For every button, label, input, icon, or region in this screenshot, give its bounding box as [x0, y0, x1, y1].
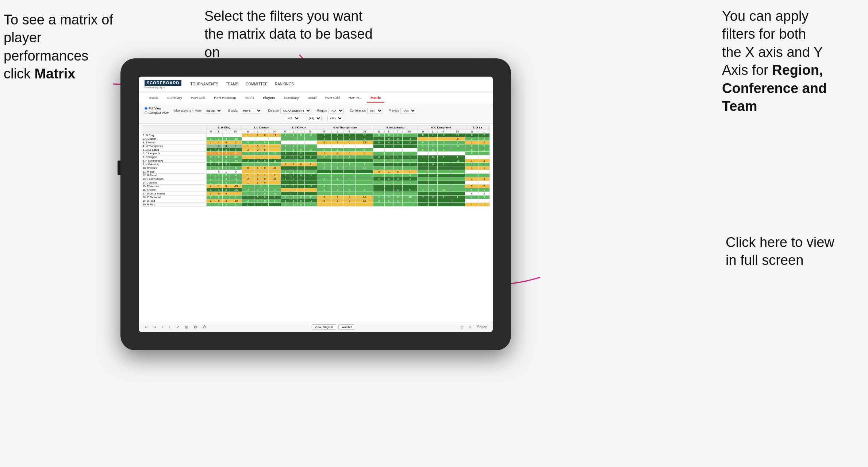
tablet-device: SCOREBOARD Powered by clippd TOURNAMENTS…: [120, 58, 511, 350]
sub-w1: W: [206, 130, 215, 134]
player-name: 17. S De La Fuente: [142, 192, 207, 196]
filter-row-2: N/A (All) (All): [145, 116, 487, 121]
col-header-c-lamprecht: 6. C Lamprecht: [418, 126, 465, 130]
view-options: Full View Compact View: [145, 107, 169, 115]
matrix-content: 1. W Ding 2. L Clanton 3. J Koivun 4. M …: [139, 124, 493, 322]
redo-button[interactable]: ↪: [152, 324, 158, 330]
tab-players-summary[interactable]: Summary: [280, 93, 303, 103]
conference-x-select[interactable]: (All): [306, 116, 322, 121]
view-original-button[interactable]: View: Original: [312, 324, 336, 330]
division-label: Division: [268, 109, 279, 112]
sub-nav-bar: Teams Summary H2H Grid H2H Heatmap Matri…: [139, 92, 493, 104]
player-name: 1. W Ding: [142, 134, 207, 137]
region-x-filter: N/A: [285, 116, 300, 121]
nav-rankings[interactable]: RANKINGS: [275, 82, 294, 86]
table-row: 17. S De La Fuente 200 110-8 02: [142, 192, 490, 196]
tablet-button: [118, 161, 120, 175]
player-name: 13. J Skov Olesen: [142, 177, 207, 181]
tab-h2h-heatmap[interactable]: H2H Heatmap: [210, 93, 239, 103]
tab-h2h-grid[interactable]: H2H Grid: [187, 93, 209, 103]
player-name: 18. C Sherwood: [142, 196, 207, 199]
filter-bar: Full View Compact View Max players in vi…: [139, 104, 493, 124]
ann-rb-2: in full screen: [726, 252, 803, 268]
tab-players[interactable]: Players: [259, 93, 279, 103]
table-row: 11. M Ege 010 010 0104: [142, 170, 490, 174]
player-name: 3. J Koivun: [142, 141, 207, 144]
players-x-select[interactable]: (All): [327, 116, 343, 121]
nav-links: TOURNAMENTS TEAMS COMMITTEE RANKINGS: [190, 82, 294, 86]
sub-d4: Dif: [356, 130, 373, 134]
max-players-filter: Max players in view Top 25 Top 10 Top 50: [174, 108, 222, 113]
display-button[interactable]: ⊡: [459, 324, 465, 330]
nav-teams[interactable]: TEAMS: [226, 82, 238, 86]
tab-teams[interactable]: Teams: [145, 93, 162, 103]
toolbar-right: ⊡ ⎋ Share: [459, 324, 488, 330]
player-name: 11. M Ege: [142, 170, 207, 174]
tab-summary[interactable]: Summary: [164, 93, 186, 103]
ann-center-text: Select the filters you want the matrix d…: [204, 8, 373, 60]
ann-left-line2: player performances: [4, 30, 88, 63]
gender-label: Gender: [228, 109, 238, 112]
player-name: 20. M Ford: [142, 203, 207, 207]
sub-t2: T: [261, 130, 269, 134]
table-row: 15. P Maichon 410-19 101-7 410 22: [142, 185, 490, 188]
region-label: Region: [317, 109, 327, 112]
col-header-m-la-sasso: 5. M La Sasso: [373, 126, 418, 130]
sub-t1: T: [223, 130, 230, 134]
players-x-filter: (All): [327, 116, 343, 121]
compact-view-label: Compact View: [149, 111, 169, 115]
nav-bar: SCOREBOARD Powered by clippd TOURNAMENTS…: [139, 77, 493, 92]
sub-w3: W: [281, 130, 290, 134]
tab-players-h2h-grid[interactable]: H2H Grid: [322, 93, 343, 103]
tab-matrix-players[interactable]: Matrix: [241, 93, 258, 103]
sub-w5: W: [373, 130, 384, 134]
table-row: 13. J Skov Olesen 110-3 210-19 101 010 2…: [142, 177, 490, 181]
gender-select[interactable]: Men's Women's: [240, 108, 262, 113]
division-select[interactable]: NCAA Division I: [280, 108, 311, 113]
tab-matrix-active[interactable]: Matrix: [367, 93, 384, 103]
sub-t3: T: [297, 130, 304, 134]
table-row: 5. M La Sasso 1506 305 11014 0106 003 01: [142, 148, 490, 152]
tab-players-h2h-h[interactable]: H2H H...: [345, 93, 365, 103]
compact-view-option[interactable]: Compact View: [145, 111, 169, 115]
max-players-label: Max players in view: [174, 109, 201, 112]
filter-row-1: Full View Compact View Max players in vi…: [145, 107, 487, 115]
conference-x-filter: (All): [306, 116, 322, 121]
share-icon-button[interactable]: ⎋: [468, 324, 473, 330]
ann-rt-2: filters for both: [722, 26, 806, 42]
max-players-select[interactable]: Top 25 Top 10 Top 50: [203, 108, 222, 113]
col-header-g-sa: 7. G Sa: [465, 126, 489, 130]
player-name: 5. M La Sasso: [142, 148, 207, 152]
col-header-w-ding: 1. W Ding: [206, 126, 242, 130]
ann-left-line3-bold: Matrix: [34, 66, 75, 81]
nav-committee[interactable]: COMMITTEE: [246, 82, 268, 86]
sub-l1: L: [215, 130, 223, 134]
annotation-center: Select the filters you want the matrix d…: [204, 7, 380, 61]
expand-button[interactable]: ⤢: [175, 324, 181, 330]
conference-select-y[interactable]: (All): [367, 108, 383, 113]
region-x-select[interactable]: N/A: [285, 116, 300, 121]
full-view-label: Full View: [149, 107, 161, 110]
undo-button[interactable]: ↩: [143, 324, 149, 330]
nav-tournaments[interactable]: TOURNAMENTS: [190, 82, 218, 86]
settings-button[interactable]: ⚙: [192, 324, 199, 330]
table-row: 3. J Koivun 1102 0102 01013 04011 0103 1…: [142, 141, 490, 144]
ann-rt-1: You can apply: [722, 8, 809, 24]
prev-button[interactable]: ‹: [161, 324, 165, 330]
grid-button[interactable]: ⊞: [184, 324, 189, 330]
tab-detail[interactable]: Detail: [304, 93, 320, 103]
next-button[interactable]: ›: [168, 324, 172, 330]
region-select[interactable]: N/A: [329, 108, 344, 113]
share-button[interactable]: Share: [476, 324, 488, 330]
table-row: 18. C Sherwood 2011 1300 110-11 01014 22…: [142, 196, 490, 199]
table-row: 6. C Lamprecht 300-16 24124 305 1106 01: [142, 152, 490, 155]
col-header-m-thor: 4. M Thorbjornsen: [317, 126, 373, 130]
logo-subtitle: Powered by clippd: [145, 86, 181, 89]
bottom-toolbar: ↩ ↪ ‹ › ⤢ ⊞ ⚙ ⏱ View: Original Watch ▾ ⊡…: [139, 322, 493, 332]
timer-button[interactable]: ⏱: [201, 324, 208, 330]
full-view-option[interactable]: Full View: [145, 107, 169, 110]
player-name: 19. D Ford: [142, 199, 207, 203]
gender-filter: Gender Men's Women's: [228, 108, 262, 113]
watch-button[interactable]: Watch ▾: [338, 324, 356, 330]
players-select-y[interactable]: (All): [400, 108, 416, 113]
